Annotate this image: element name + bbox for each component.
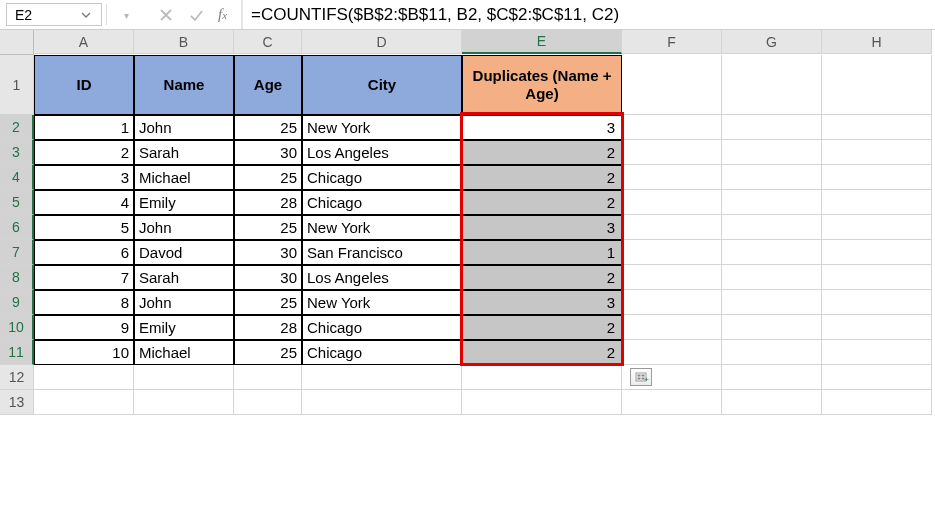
cell-city[interactable]: San Francisco xyxy=(302,240,462,265)
cell-name[interactable]: Emily xyxy=(134,315,234,340)
cell-age[interactable]: 25 xyxy=(234,115,302,140)
cell[interactable] xyxy=(234,365,302,390)
cell[interactable] xyxy=(822,115,932,140)
cell-age[interactable]: 25 xyxy=(234,165,302,190)
cell[interactable] xyxy=(622,55,722,115)
table-header-cell[interactable]: Age xyxy=(234,55,302,115)
cell[interactable] xyxy=(134,365,234,390)
row-header[interactable]: 10 xyxy=(0,315,34,340)
cell-duplicates[interactable]: 2 xyxy=(462,315,622,340)
cell-name[interactable]: John xyxy=(134,115,234,140)
cell[interactable] xyxy=(722,55,822,115)
cell[interactable] xyxy=(34,365,134,390)
cell-age[interactable]: 30 xyxy=(234,265,302,290)
cell-duplicates[interactable]: 2 xyxy=(462,140,622,165)
cell[interactable] xyxy=(722,390,822,415)
column-header[interactable]: B xyxy=(134,30,234,54)
cell-name[interactable]: John xyxy=(134,290,234,315)
cell-duplicates[interactable]: 3 xyxy=(462,215,622,240)
cell-age[interactable]: 25 xyxy=(234,290,302,315)
cell-age[interactable]: 30 xyxy=(234,240,302,265)
cell-id[interactable]: 10 xyxy=(34,340,134,365)
cell-id[interactable]: 4 xyxy=(34,190,134,215)
cell-name[interactable]: Michael xyxy=(134,165,234,190)
cell-age[interactable]: 25 xyxy=(234,340,302,365)
cell-city[interactable]: Chicago xyxy=(302,315,462,340)
cell-city[interactable]: Chicago xyxy=(302,165,462,190)
column-header[interactable]: E xyxy=(462,30,622,54)
cell-age[interactable]: 30 xyxy=(234,140,302,165)
cell-duplicates[interactable]: 2 xyxy=(462,190,622,215)
column-header[interactable]: H xyxy=(822,30,932,54)
cancel-icon[interactable] xyxy=(158,7,174,23)
cell-id[interactable]: 2 xyxy=(34,140,134,165)
row-header[interactable]: 2 xyxy=(0,115,34,140)
cell[interactable] xyxy=(134,390,234,415)
cell-city[interactable]: Chicago xyxy=(302,190,462,215)
table-header-cell[interactable]: ID xyxy=(34,55,134,115)
formula-input[interactable]: =COUNTIFS($B$2:$B$11, B2, $C$2:$C$11, C2… xyxy=(242,0,935,29)
cell[interactable] xyxy=(622,315,722,340)
cell[interactable] xyxy=(722,140,822,165)
cell[interactable] xyxy=(622,240,722,265)
cell[interactable] xyxy=(722,215,822,240)
table-header-cell[interactable]: City xyxy=(302,55,462,115)
cell-age[interactable]: 28 xyxy=(234,315,302,340)
cell[interactable] xyxy=(622,390,722,415)
cell-city[interactable]: New York xyxy=(302,290,462,315)
cell[interactable] xyxy=(622,265,722,290)
column-header[interactable]: F xyxy=(622,30,722,54)
row-header[interactable]: 9 xyxy=(0,290,34,315)
expand-dropdown-icon[interactable]: ▾ xyxy=(124,9,129,20)
table-header-cell[interactable]: Name xyxy=(134,55,234,115)
cell[interactable] xyxy=(822,165,932,190)
cell-age[interactable]: 25 xyxy=(234,215,302,240)
row-header[interactable]: 4 xyxy=(0,165,34,190)
cell-name[interactable]: Michael xyxy=(134,340,234,365)
cell-city[interactable]: Los Angeles xyxy=(302,265,462,290)
cell-city[interactable]: New York xyxy=(302,215,462,240)
column-header[interactable]: C xyxy=(234,30,302,54)
cell[interactable] xyxy=(462,390,622,415)
cell[interactable] xyxy=(722,290,822,315)
cell[interactable] xyxy=(822,315,932,340)
cell[interactable] xyxy=(234,390,302,415)
insert-function-icon[interactable]: fx xyxy=(218,6,227,23)
row-header[interactable]: 11 xyxy=(0,340,34,365)
cell-name[interactable]: Sarah xyxy=(134,265,234,290)
cell[interactable] xyxy=(722,265,822,290)
cell-name[interactable]: Emily xyxy=(134,190,234,215)
cell[interactable] xyxy=(822,140,932,165)
cell-id[interactable]: 5 xyxy=(34,215,134,240)
select-all-corner[interactable] xyxy=(0,30,34,55)
cell-id[interactable]: 6 xyxy=(34,240,134,265)
cell-name[interactable]: Davod xyxy=(134,240,234,265)
spreadsheet-grid[interactable]: ABCDEFGH1IDNameAgeCityDuplicates (Name +… xyxy=(0,30,935,415)
cell-duplicates[interactable]: 3 xyxy=(462,290,622,315)
cell[interactable] xyxy=(822,365,932,390)
cell[interactable] xyxy=(622,340,722,365)
cell[interactable] xyxy=(722,240,822,265)
cell-age[interactable]: 28 xyxy=(234,190,302,215)
cell-duplicates[interactable]: 1 xyxy=(462,240,622,265)
cell[interactable] xyxy=(722,115,822,140)
name-box[interactable]: E2 xyxy=(6,3,102,26)
column-header[interactable]: A xyxy=(34,30,134,54)
autofill-options-button[interactable]: + xyxy=(630,368,652,386)
cell[interactable] xyxy=(822,390,932,415)
cell-id[interactable]: 3 xyxy=(34,165,134,190)
cell[interactable] xyxy=(722,315,822,340)
table-header-cell[interactable]: Duplicates (Name + Age) xyxy=(462,55,622,115)
cell[interactable] xyxy=(722,165,822,190)
cell[interactable] xyxy=(822,240,932,265)
row-header[interactable]: 12 xyxy=(0,365,34,390)
cell[interactable] xyxy=(462,365,622,390)
row-header[interactable]: 13 xyxy=(0,390,34,415)
cell-id[interactable]: 7 xyxy=(34,265,134,290)
row-header[interactable]: 5 xyxy=(0,190,34,215)
cell-duplicates[interactable]: 2 xyxy=(462,165,622,190)
cell[interactable] xyxy=(722,190,822,215)
cell[interactable] xyxy=(822,215,932,240)
cell[interactable] xyxy=(34,390,134,415)
row-header[interactable]: 3 xyxy=(0,140,34,165)
